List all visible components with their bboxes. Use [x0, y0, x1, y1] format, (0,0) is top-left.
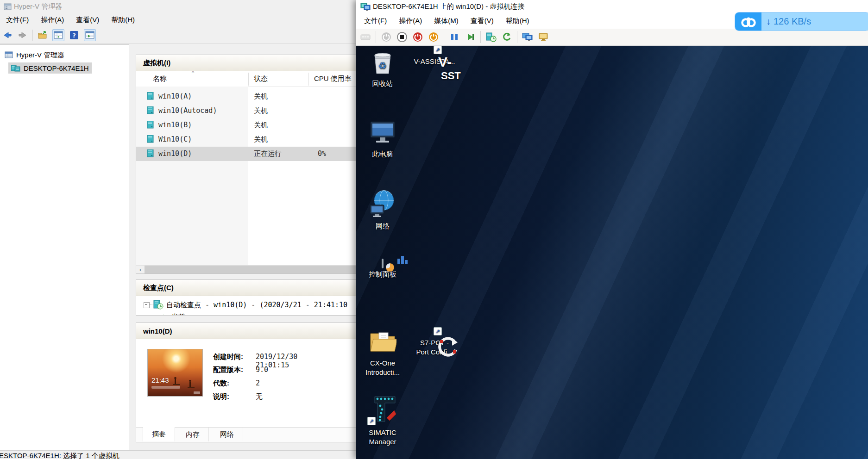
vm-row-win10d-selected[interactable]: win10(D) 正在运行 0%: [136, 147, 357, 161]
netdisk-speed-body: ↓ 126 KB/s: [761, 12, 868, 31]
turn-off-icon[interactable]: [396, 31, 408, 43]
svg-text:♻: ♻: [378, 60, 387, 71]
pause-icon[interactable]: [449, 31, 460, 43]
scrollbar-thumb[interactable]: [145, 266, 357, 273]
desktop-icon-simatic-manager[interactable]: ↗ SIMATIC Manager: [359, 394, 406, 447]
revert-icon[interactable]: [501, 31, 512, 43]
toolbar-separator: [376, 31, 376, 43]
hyperv-menu-action[interactable]: 操作(A): [35, 14, 70, 27]
column-state[interactable]: 状态: [254, 74, 268, 83]
checkpoint-current-row[interactable]: 当前: [136, 311, 357, 316]
hyperv-menu-file[interactable]: 文件(F): [0, 14, 35, 27]
vmconnect-menu-action[interactable]: 操作(A): [393, 14, 428, 29]
vmconnect-menu-view[interactable]: 查看(V): [465, 14, 500, 29]
vm-list-horizontal-scrollbar[interactable]: ‹: [136, 265, 357, 273]
desktop-icon-this-pc[interactable]: 此电脑: [359, 120, 406, 159]
status-text: ESKTOP-6K74E1H: 选择了 1 个虚拟机: [0, 452, 120, 459]
back-icon[interactable]: [2, 30, 13, 41]
vmconnect-menu-file[interactable]: 文件(F): [358, 14, 393, 29]
checkpoint-auto-row[interactable]: 自动检查点 - win10(D) - (2020/3/21 - 21:41:10: [136, 299, 357, 311]
desktop-icon-control-panel[interactable]: 控制面板: [359, 260, 406, 279]
hyperv-center-pane: 虚拟机(I) 名称 ^ 状态 CPU 使用率 win10(A) 关机: [135, 44, 357, 451]
desktop-icon-s7-pct[interactable]: ↗ S7-PCT - Port Confi...: [411, 328, 458, 357]
shortcut-arrow-icon: ↗: [367, 417, 376, 425]
sort-ascending-icon: ^: [192, 70, 194, 75]
vmconnect-titlebar[interactable]: DESKTOP-6K74E1H 上的 win10(D) - 虚拟机连接: [356, 0, 868, 14]
tab-network[interactable]: 网络: [211, 428, 243, 441]
vm-summary-header: win10(D): [136, 323, 357, 339]
forward-icon[interactable]: [17, 30, 28, 41]
label-line: SIMATIC: [359, 428, 406, 437]
field-value: 9.0: [256, 366, 268, 374]
vm-icon: [147, 149, 154, 158]
toolbar-separator: [32, 30, 33, 41]
show-pane-icon[interactable]: [84, 29, 96, 41]
tree-item-label: DESKTOP-6K74E1H: [24, 64, 89, 72]
scroll-left-icon[interactable]: ‹: [136, 266, 145, 273]
vm-state: 正在运行: [254, 149, 282, 158]
hyperv-menubar: 文件(F) 操作(A) 查看(V) 帮助(H): [0, 14, 357, 27]
hyperv-titlebar[interactable]: Hyper-V 管理器: [0, 0, 357, 14]
screen-size-icon[interactable]: [538, 31, 549, 43]
hyperv-window-title: Hyper-V 管理器: [14, 2, 62, 11]
icon-pie: [386, 263, 394, 272]
hyperv-menu-view[interactable]: 查看(V): [70, 14, 105, 27]
help-icon[interactable]: ?: [69, 30, 80, 41]
enhanced-session-icon[interactable]: [522, 31, 533, 43]
netdisk-speed-badge[interactable]: ↓ 126 KB/s: [735, 12, 868, 31]
column-name[interactable]: 名称: [153, 74, 167, 83]
download-speed-text: 126 KB/s: [774, 16, 811, 27]
snap-in-folder-icon[interactable]: [37, 30, 48, 41]
start-icon[interactable]: [381, 31, 392, 43]
desktop-icon-label: 此电脑: [359, 149, 406, 159]
desktop-icon-cx-one[interactable]: pdf CX-One Introducti...: [359, 328, 406, 377]
vm-state: 关机: [254, 92, 268, 101]
field-label: 说明:: [213, 392, 255, 401]
checkpoint-icon[interactable]: [485, 31, 497, 43]
hyperv-toolbar: ?: [0, 27, 357, 44]
checkpoints-panel: 检查点(C) 自动检查点 - win10(D) - (2020/3/21 - 2…: [136, 279, 357, 316]
summary-tab-strip: 摘要 内存 网络: [136, 427, 357, 442]
vm-thumbnail[interactable]: 21:43: [147, 349, 203, 397]
column-cpu[interactable]: CPU 使用率: [314, 74, 352, 83]
vm-row-win10autocad[interactable]: win10(Autocad) 关机: [136, 104, 357, 118]
hyperv-menu-help[interactable]: 帮助(H): [105, 14, 141, 27]
tree-item-host[interactable]: DESKTOP-6K74E1H: [8, 62, 92, 74]
this-pc-icon: [369, 120, 396, 147]
field-label: 配置版本:: [213, 366, 255, 374]
thumbnail-figure: [175, 379, 176, 384]
toolbar-separator: [444, 31, 444, 43]
network-icon: [368, 189, 397, 219]
icon-text: SST: [441, 70, 461, 82]
desktop-icon-v-assistant[interactable]: V- SST ↗ V-ASSISTA...: [411, 47, 458, 66]
tab-summary[interactable]: 摘要: [143, 427, 175, 441]
svg-text:?: ?: [72, 32, 76, 39]
tab-memory[interactable]: 内存: [177, 428, 209, 441]
desktop-icon-recycle-bin[interactable]: ♻ 回收站: [359, 50, 406, 88]
vm-icon: [147, 92, 154, 100]
vmconnect-menu-media[interactable]: 媒体(M): [428, 14, 465, 29]
shut-down-icon[interactable]: [412, 31, 423, 43]
icon-text: V-: [438, 54, 452, 70]
collapse-icon[interactable]: [144, 302, 150, 308]
hyperv-root-icon: [5, 51, 13, 59]
netdisk-logo-icon: [735, 12, 761, 31]
vmconnect-window-title: DESKTOP-6K74E1H 上的 win10(D) - 虚拟机连接: [373, 2, 524, 11]
desktop-icon-network[interactable]: 网络: [359, 189, 406, 231]
hyperv-manager-window: Hyper-V 管理器 文件(F) 操作(A) 查看(V) 帮助(H) ?: [0, 0, 357, 459]
vm-row-win10a[interactable]: win10(A) 关机: [136, 89, 357, 104]
vm-row-win10c[interactable]: Win10(C) 关机: [136, 132, 357, 147]
vm-name: win10(D): [158, 149, 192, 158]
console-window-icon[interactable]: [52, 29, 64, 41]
resume-icon[interactable]: [465, 31, 476, 43]
save-state-icon[interactable]: [428, 31, 439, 43]
vm-name: Win10(C): [158, 135, 192, 143]
toolbar-separator: [517, 31, 517, 43]
ctrl-alt-del-icon[interactable]: [360, 31, 371, 43]
tree-item-hyperv-root[interactable]: Hyper-V 管理器: [2, 50, 67, 61]
vmconnect-menu-help[interactable]: 帮助(H): [500, 14, 535, 29]
vm-guest-desktop[interactable]: ♻ 回收站 V- SST ↗ V-ASSISTA... 此电脑: [356, 46, 868, 459]
vm-icon: [147, 135, 154, 143]
vm-row-win10b[interactable]: win10(B) 关机: [136, 118, 357, 132]
column-divider: [248, 73, 249, 86]
